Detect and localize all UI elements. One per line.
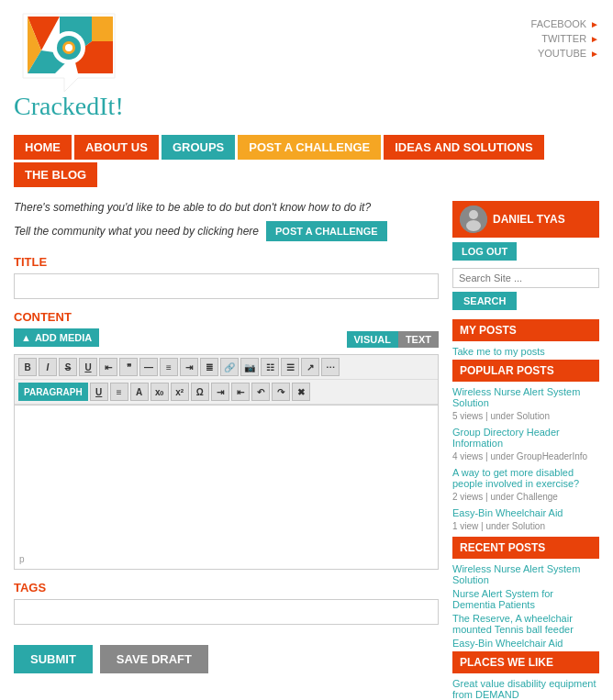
nav-challenge[interactable]: POST A CHALLENGE (238, 135, 381, 160)
text-button[interactable]: TEXT (398, 331, 439, 348)
recent-post-2[interactable]: The Reserve, A wheelchair mounted Tennis… (452, 613, 599, 635)
recent-post-3[interactable]: Easy-Bin Wheelchair Aid (452, 638, 599, 649)
social-links: FACEBOOK ► TWITTER ► YOUTUBE ► (531, 18, 599, 59)
places-title: PLACES WE LIKE (452, 651, 599, 673)
popular-post-1-meta: 4 views | under GroupHeaderInfo (452, 451, 599, 461)
editor-content-area[interactable]: p (14, 405, 439, 570)
popular-post-1[interactable]: Group Directory Header Information (452, 427, 599, 449)
indent-btn[interactable]: ⇥ (211, 383, 229, 401)
post-challenge-button[interactable]: POST A CHALLENGE (266, 221, 387, 241)
nav-bar: HOME ABOUT US GROUPS POST A CHALLENGE ID… (0, 130, 613, 192)
avatar-image (460, 206, 487, 233)
form-buttons: SUBMIT SAVE DRAFT (14, 645, 439, 673)
font-size-btn[interactable]: A (130, 383, 149, 401)
facebook-arrow-icon: ► (590, 19, 599, 29)
youtube-arrow-icon: ► (590, 49, 599, 59)
toolbar-row-1: B I S U ⇤ ❞ ― ≡ ⇥ ≣ 🔗 📷 ☷ ☰ ↗ ⋯ (15, 355, 438, 380)
popular-post-3[interactable]: Easy-Bin Wheelchair Aid (452, 507, 599, 518)
tags-field-group: TAGS (14, 581, 439, 634)
save-draft-button[interactable]: SAVE DRAFT (100, 645, 208, 673)
main-content: There's something you'd like to be able … (0, 192, 613, 700)
toolbar-row-2: PARAGRAPH U ≡ A x₀ x² Ω ⇥ ⇤ ↶ ↷ ✖ (15, 380, 438, 405)
title-label: TITLE (14, 255, 439, 269)
outdent-btn[interactable]: ⇤ (231, 383, 250, 401)
popular-post-2-meta: 2 views | under Challenge (452, 492, 599, 502)
blockquote-btn[interactable]: ❞ (119, 358, 138, 376)
twitter-link[interactable]: TWITTER ► (541, 33, 599, 44)
search-button[interactable]: SEARCH (452, 292, 517, 310)
popular-post-3-meta: 1 view | under Solution (452, 521, 599, 531)
strike-btn[interactable]: S (59, 358, 77, 376)
svg-point-13 (466, 220, 481, 231)
sidebar: DANIEL TYAS LOG OUT SEARCH MY POSTS Take… (452, 201, 599, 700)
link-btn[interactable]: 🔗 (220, 358, 239, 376)
title-field-group: TITLE (14, 255, 439, 299)
my-posts-title: MY POSTS (452, 319, 599, 341)
tags-label: TAGS (14, 581, 439, 594)
visual-text-toggle: VISUAL TEXT (347, 331, 439, 348)
columns-btn[interactable]: ☰ (281, 358, 299, 376)
undo-btn[interactable]: ↶ (251, 383, 270, 401)
popular-post-0[interactable]: Wireless Nurse Alert System Solution (452, 386, 599, 408)
nav-groups[interactable]: GROUPS (162, 135, 235, 160)
logo-text: CrackedIt! (14, 92, 124, 121)
image-btn[interactable]: 📷 (240, 358, 259, 376)
facebook-link[interactable]: FACEBOOK ► (531, 18, 599, 29)
popular-post-2[interactable]: A way to get more disabled people involv… (452, 467, 599, 489)
align-center-btn[interactable]: ≡ (160, 358, 178, 376)
intro-line1: There's something you'd like to be able … (14, 201, 439, 214)
expand-btn[interactable]: ↗ (301, 358, 319, 376)
header: CrackedIt! FACEBOOK ► TWITTER ► YOUTUBE … (0, 0, 613, 130)
user-name: DANIEL TYAS (493, 213, 565, 226)
popular-post-0-meta: 5 views | under Solution (452, 411, 599, 421)
underline2-btn[interactable]: U (90, 383, 108, 401)
logo-image (14, 9, 124, 96)
nav-blog[interactable]: THE BLOG (14, 162, 97, 187)
tags-input[interactable] (14, 599, 439, 625)
superscript-btn[interactable]: x² (171, 383, 189, 401)
nav-ideas[interactable]: IDEAS AND SOLUTIONS (384, 135, 543, 160)
visual-button[interactable]: VISUAL (347, 331, 398, 348)
plus-icon: ▲ (21, 332, 31, 343)
justify-btn[interactable]: ≣ (200, 358, 218, 376)
youtube-link[interactable]: YOUTUBE ► (538, 48, 599, 59)
italic-btn[interactable]: I (39, 358, 57, 376)
twitter-arrow-icon: ► (590, 34, 599, 44)
editor-toolbar: B I S U ⇤ ❞ ― ≡ ⇥ ≣ 🔗 📷 ☷ ☰ ↗ ⋯ (14, 354, 439, 405)
bold-btn[interactable]: B (18, 358, 37, 376)
list-btn[interactable]: ≡ (110, 383, 128, 401)
paragraph-select[interactable]: PARAGRAPH (18, 383, 88, 401)
my-posts-link[interactable]: Take me to my posts (452, 346, 599, 357)
logo-area: CrackedIt! (14, 9, 124, 121)
logout-button[interactable]: LOG OUT (452, 242, 517, 261)
facebook-label: FACEBOOK (531, 18, 587, 29)
content-field-group: CONTENT ▲ ADD MEDIA VISUAL TEXT B I S U (14, 310, 439, 570)
recent-posts-title: RECENT POSTS (452, 537, 599, 559)
search-input[interactable] (452, 268, 599, 288)
close-btn[interactable]: ✖ (292, 383, 310, 401)
hr-btn[interactable]: ― (139, 358, 158, 376)
editor-paragraph-indicator: p (19, 554, 25, 564)
places-post-0[interactable]: Great value disability equipment from DE… (452, 678, 599, 700)
submit-button[interactable]: SUBMIT (14, 645, 93, 673)
redo-btn[interactable]: ↷ (272, 383, 290, 401)
user-avatar (460, 206, 487, 233)
table-btn[interactable]: ☷ (261, 358, 279, 376)
add-media-button[interactable]: ▲ ADD MEDIA (14, 328, 99, 347)
svg-marker-3 (92, 17, 113, 41)
align-right-btn[interactable]: ⇥ (180, 358, 198, 376)
popular-posts-title: POPULAR POSTS (452, 360, 599, 382)
user-block: DANIEL TYAS (452, 201, 599, 238)
nav-about[interactable]: ABOUT US (74, 135, 159, 160)
subscript-btn[interactable]: x₀ (150, 383, 169, 401)
nav-home[interactable]: HOME (14, 135, 72, 160)
title-input[interactable] (14, 273, 439, 299)
special-char-btn[interactable]: Ω (191, 383, 209, 401)
recent-post-0[interactable]: Wireless Nurse Alert System Solution (452, 563, 599, 585)
underline-btn[interactable]: U (79, 358, 97, 376)
svg-point-12 (469, 210, 478, 219)
more-btn[interactable]: ⋯ (321, 358, 340, 376)
recent-post-1[interactable]: Nurse Alert System for Dementia Patients (452, 588, 599, 610)
twitter-label: TWITTER (541, 33, 586, 44)
align-left-btn[interactable]: ⇤ (99, 358, 117, 376)
